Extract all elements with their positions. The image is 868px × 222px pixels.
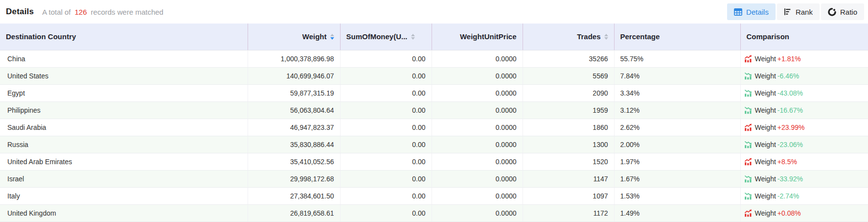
cell-weight-unit-price: 0.0000 xyxy=(432,187,523,204)
cell-sum-of-money: 0.00 xyxy=(340,84,432,101)
sort-icon-trades[interactable] xyxy=(604,34,608,40)
cell-destination-country: United States xyxy=(0,67,248,84)
comparison-metric-label: Weight xyxy=(755,175,776,183)
cell-weight-unit-price: 0.0000 xyxy=(432,119,523,136)
cell-trades: 1520 xyxy=(523,153,614,170)
comparison-value: -23.06% xyxy=(777,141,803,148)
cell-percentage: 1.49% xyxy=(614,204,740,222)
cell-sum-of-money: 0.00 xyxy=(340,101,432,119)
cell-sum-of-money: 0.00 xyxy=(340,50,432,67)
column-header-weight-unit-price: WeightUnitPrice xyxy=(432,24,523,50)
cell-percentage: 2.62% xyxy=(614,119,740,136)
table-icon xyxy=(734,8,742,16)
comparison-value: -16.67% xyxy=(777,106,803,114)
cell-sum-of-money: 0.00 xyxy=(340,170,432,187)
table-row: Egypt 59,877,315.19 0.00 0.0000 2090 3.3… xyxy=(0,84,868,101)
cell-weight: 35,830,886.44 xyxy=(248,136,340,153)
trend-down-chart-icon xyxy=(744,72,752,80)
cell-destination-country: China xyxy=(0,50,248,67)
cell-trades: 1959 xyxy=(523,101,614,119)
table-row: Israel 29,998,172.68 0.00 0.0000 1147 1.… xyxy=(0,170,868,187)
trend-down-chart-icon xyxy=(744,175,752,183)
comparison-cell: Weight -23.06% xyxy=(744,141,862,148)
ratio-view-button[interactable]: Ratio xyxy=(821,3,864,20)
cell-weight: 26,819,658.61 xyxy=(248,204,340,222)
cell-weight: 46,947,823.37 xyxy=(248,119,340,136)
cell-trades: 1097 xyxy=(523,187,614,204)
comparison-value: +0.08% xyxy=(777,209,801,217)
comparison-value: -2.74% xyxy=(777,192,799,200)
cell-trades: 35266 xyxy=(523,50,614,67)
trend-down-chart-icon xyxy=(744,192,752,200)
column-header-trades[interactable]: Trades xyxy=(523,24,614,50)
cell-weight-unit-price: 0.0000 xyxy=(432,204,523,222)
trend-up-chart-icon xyxy=(744,158,752,166)
ratio-icon xyxy=(828,8,836,16)
cell-sum-of-money: 0.00 xyxy=(340,204,432,222)
view-switch: Details Rank xyxy=(727,3,864,20)
trend-up-chart-icon xyxy=(744,123,752,131)
details-view-button[interactable]: Details xyxy=(727,3,776,20)
cell-destination-country: Russia xyxy=(0,136,248,153)
comparison-cell: Weight +23.99% xyxy=(744,123,862,131)
rank-view-button[interactable]: Rank xyxy=(777,3,820,20)
comparison-value: +23.99% xyxy=(777,123,805,131)
cell-sum-of-money: 0.00 xyxy=(340,187,432,204)
trend-down-chart-icon xyxy=(744,106,752,114)
trend-up-chart-icon xyxy=(744,55,752,63)
comparison-cell: Weight +1.81% xyxy=(744,55,862,63)
comparison-cell: Weight -43.08% xyxy=(744,89,862,97)
column-header-comparison: Comparison xyxy=(740,24,868,50)
comparison-value: +8.5% xyxy=(777,158,797,166)
cell-destination-country: Saudi Arabia xyxy=(0,119,248,136)
trend-down-chart-icon xyxy=(744,141,752,148)
comparison-metric-label: Weight xyxy=(755,141,776,148)
comparison-metric-label: Weight xyxy=(755,55,776,63)
cell-weight: 27,384,601.50 xyxy=(248,187,340,204)
cell-sum-of-money: 0.00 xyxy=(340,119,432,136)
details-view-label: Details xyxy=(746,8,769,16)
cell-percentage: 3.34% xyxy=(614,84,740,101)
column-header-destination-country: Destination Country xyxy=(0,24,248,50)
cell-percentage: 1.97% xyxy=(614,153,740,170)
cell-destination-country: Italy xyxy=(0,187,248,204)
cell-weight: 140,699,946.07 xyxy=(248,67,340,84)
cell-trades: 5569 xyxy=(523,67,614,84)
cell-sum-of-money: 0.00 xyxy=(340,153,432,170)
cell-percentage: 7.84% xyxy=(614,67,740,84)
trend-down-chart-icon xyxy=(744,89,752,97)
records-summary-suffix: records were matched xyxy=(91,8,163,16)
comparison-metric-label: Weight xyxy=(755,123,776,131)
panel-header: Details A total of 126 records were matc… xyxy=(0,0,868,24)
sort-icon-sum-of-money[interactable] xyxy=(411,34,415,40)
comparison-metric-label: Weight xyxy=(755,192,776,200)
cell-percentage: 2.00% xyxy=(614,136,740,153)
sort-icon-weight[interactable] xyxy=(330,34,334,40)
comparison-metric-label: Weight xyxy=(755,209,776,217)
records-summary-prefix: A total of xyxy=(42,8,70,16)
cell-weight-unit-price: 0.0000 xyxy=(432,170,523,187)
cell-weight: 35,410,052.56 xyxy=(248,153,340,170)
details-panel: Details A total of 126 records were matc… xyxy=(0,0,868,222)
cell-destination-country: Egypt xyxy=(0,84,248,101)
cell-destination-country: United Arab Emirates xyxy=(0,153,248,170)
comparison-value: -43.08% xyxy=(777,89,803,97)
table-row: China 1,000,378,896.98 0.00 0.0000 35266… xyxy=(0,50,868,67)
rank-icon xyxy=(784,8,792,16)
comparison-cell: Weight -16.67% xyxy=(744,106,862,114)
records-count: 126 xyxy=(75,8,87,16)
results-table: Destination Country Weight SumOfMoney(U.… xyxy=(0,24,868,222)
cell-weight-unit-price: 0.0000 xyxy=(432,153,523,170)
comparison-cell: Weight +8.5% xyxy=(744,158,862,166)
trend-up-chart-icon xyxy=(744,209,752,217)
cell-destination-country: United Kingdom xyxy=(0,204,248,222)
cell-percentage: 55.75% xyxy=(614,50,740,67)
column-header-sum-of-money[interactable]: SumOfMoney(U... xyxy=(340,24,432,50)
cell-weight-unit-price: 0.0000 xyxy=(432,101,523,119)
cell-trades: 2090 xyxy=(523,84,614,101)
cell-weight-unit-price: 0.0000 xyxy=(432,50,523,67)
cell-sum-of-money: 0.00 xyxy=(340,67,432,84)
table-header-row: Destination Country Weight SumOfMoney(U.… xyxy=(0,24,868,50)
column-header-weight[interactable]: Weight xyxy=(248,24,340,50)
cell-weight-unit-price: 0.0000 xyxy=(432,67,523,84)
